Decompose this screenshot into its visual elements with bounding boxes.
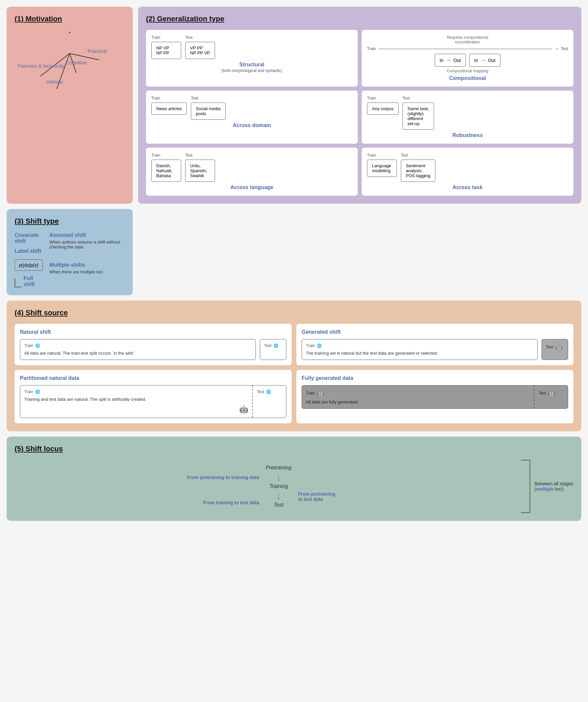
partitioned-left: Train 🌐 Training and test data are natur… (20, 385, 252, 418)
partitioned-globe-1: 🌐 (35, 389, 40, 394)
domain-test-label: Test (191, 96, 225, 101)
comp-in-out-box-2: In → Out (469, 54, 500, 67)
generated-globe-1: 🌐 (317, 343, 322, 348)
natural-train-header: Train 🌐 (24, 343, 251, 348)
robust-test-content: Same task,(slightly)differentset-up (407, 106, 429, 126)
main-container: (1) Motivation • Fairness & inclusivity … (7, 7, 581, 521)
natural-test-label: Test (264, 343, 271, 348)
task-test-box: Sentimentanalysis,POS tagging (401, 159, 435, 182)
structural-title: Structural (151, 62, 352, 68)
generalization-title: (2) Generalization type (146, 15, 573, 23)
comp-in-out-box-1: In → Out (435, 54, 466, 67)
generated-robot-1: 🤖 (555, 343, 563, 351)
multiple-title: Multiple shifts (49, 262, 125, 268)
cognitive-label: Cognitive (66, 60, 87, 66)
practical-label: Practical (88, 48, 107, 54)
robust-train-content: Any corpus (372, 106, 393, 111)
lang-train-label: Train (151, 153, 181, 157)
comp-train-header: Train (367, 46, 376, 51)
formula-box: p(y|x)p(x) (15, 259, 43, 271)
fully-generated-robot-1: 🤖 (317, 389, 324, 397)
natural-test-box: Test 🌐 (260, 339, 286, 360)
section-generalization: (2) Generalization type Train NP VPNP PP… (138, 7, 581, 204)
multiple-shifts-block: Multiple shifts When there are multiple … (49, 262, 125, 274)
natural-shift-title: Natural shift (20, 329, 286, 335)
robust-test-label: Test (402, 96, 434, 101)
top-row: (1) Motivation • Fairness & inclusivity … (7, 7, 581, 204)
label-shift-label: Label shift (15, 248, 43, 254)
comp-out-label-2: Out (488, 58, 496, 63)
partitioned-test-label: Test (257, 389, 264, 394)
motivation-center-dot: • (69, 30, 71, 35)
fully-generated-box: Train 🤖 All data are fully generated. Te… (302, 385, 568, 409)
shift-locus-title: (5) Shift locus (15, 445, 573, 453)
structural-card: Train NP VPNP PP Test VP PPNP PP VP (146, 30, 358, 87)
arrow-1: ↓ (276, 471, 281, 483)
task-test-content: Sentimentanalysis,POS tagging (406, 163, 430, 178)
fully-generated-test-header: Test 🤖 (539, 389, 564, 397)
across-language-title: Across language (151, 185, 352, 191)
assumed-title: Assumed shift (49, 232, 125, 238)
comp-boxes-row: In → Out In → Out (367, 54, 568, 67)
comp-arrow-2: → (480, 57, 486, 64)
structural-test-label: Test (185, 35, 215, 40)
multiple-desc: When there are multiple loci (49, 269, 125, 274)
across-language-card: Train Danish,Nahuatl,Bahasa Test Urdu,Sp… (146, 148, 358, 196)
bracket-text: Between all stages(multiple loci) (534, 481, 573, 492)
pretrain-to-train-label: From pretraining to training data (187, 475, 259, 480)
domain-train-content: News articles (156, 106, 182, 111)
generated-test-header: Test 🤖 (546, 343, 563, 351)
natural-test-header: Test 🌐 (264, 343, 278, 348)
robustness-title: Robustness (367, 132, 568, 138)
multiple-word: multiple (536, 486, 554, 492)
comp-in-label-2: In (474, 58, 478, 63)
fully-generated-train-label: Train (306, 391, 315, 395)
domain-train-label: Train (151, 96, 187, 101)
robust-train-label: Train (367, 96, 398, 101)
middle-section: (3) Shift type Covariate shift Label shi… (7, 209, 581, 295)
across-task-card: Train Languagemodelling Test Sentimentan… (362, 148, 573, 196)
generated-train-header: Train 🌐 (306, 343, 533, 348)
lang-train-box: Danish,Nahuatl,Bahasa (151, 159, 181, 182)
structural-test-content: VP PPNP PP VP (190, 45, 210, 55)
fairness-label: Fairness & inclusivity (18, 63, 65, 69)
test-stage: Test (274, 502, 284, 508)
section-shift-type: (3) Shift type Covariate shift Label shi… (7, 209, 133, 295)
train-to-test-label: From training to test data (203, 500, 259, 505)
natural-shift-boxes: Train 🌐 All data are natural. The train-… (20, 339, 286, 360)
domain-train-box: News articles (151, 103, 187, 115)
covariate-shift-label: Covariate shift (15, 232, 43, 244)
locus-diagram-col: From pretraining to training data From t… (15, 465, 508, 508)
across-task-title: Across task (367, 185, 568, 191)
comp-train-test-arrow-row: Train → Test (367, 46, 568, 52)
partitioned-right: Test 🌐 (253, 385, 286, 418)
lang-train-content: Danish,Nahuatl,Bahasa (156, 163, 172, 178)
bracket-shape (15, 278, 22, 287)
partitioned-train-label: Train (24, 389, 33, 394)
shift-locus-content: From pretraining to training data From t… (15, 460, 573, 513)
partitioned-train-header: Train 🌐 (24, 389, 248, 394)
structural-train-content: NP VPNP PP (156, 45, 169, 55)
partitioned-box: Train 🌐 Training and test data are natur… (20, 385, 286, 418)
task-test-label: Test (401, 153, 435, 157)
task-train-box: Languagemodelling (367, 159, 397, 177)
section-shift-source: (4) Shift source Natural shift Train 🌐 A… (7, 301, 581, 431)
comp-mapping-label: Compositional mapping (367, 69, 568, 73)
partitioned-card: Partitioned natural data Train 🌐 Trainin… (15, 370, 292, 423)
robust-test-box: Same task,(slightly)differentset-up (402, 103, 434, 130)
pretrain-to-test-label: From pretrainingto test data (298, 491, 335, 502)
partitioned-robot: 🤖 (24, 405, 248, 414)
partitioned-test-header: Test 🌐 (257, 389, 282, 394)
natural-train-label: Train (24, 343, 33, 348)
generated-desc: The training set is natural but the test… (306, 351, 533, 356)
fully-generated-title: Fully generated data (302, 375, 568, 381)
task-train-label: Train (367, 153, 397, 157)
locus-bracket (521, 460, 530, 513)
fully-generated-inner: Train 🤖 All data are fully generated. Te… (302, 385, 568, 408)
partitioned-desc: Training and test data are natural. The … (24, 397, 248, 402)
locus-bracket-col: Between all stages(multiple loci) (521, 460, 573, 513)
generated-shift-title: Generated shift (302, 329, 568, 335)
generated-train-box: Train 🌐 The training set is natural but … (302, 339, 538, 360)
generated-train-label: Train (306, 343, 315, 348)
generalization-grid: Train NP VPNP PP Test VP PPNP PP VP (146, 30, 573, 196)
